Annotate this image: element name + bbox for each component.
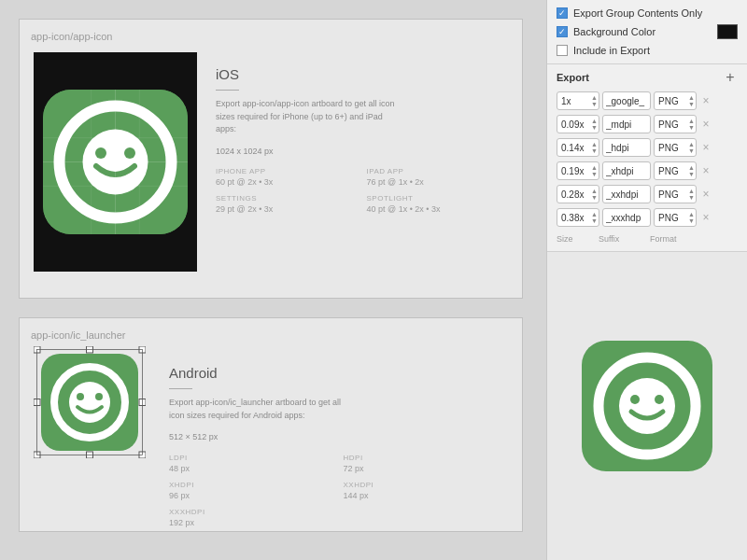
- export-header: Export +: [557, 70, 738, 85]
- size-select-0[interactable]: 1x: [557, 91, 599, 110]
- svg-point-29: [655, 395, 664, 404]
- ios-ipad-app-label: IPAD APP: [367, 167, 511, 175]
- suffix-input-4[interactable]: [602, 185, 651, 203]
- android-xxhdpi-value: 144 px: [344, 491, 511, 500]
- background-color-row: Background Color: [557, 24, 738, 39]
- export-section: Export + 1x ▲ ▼ PNG ▲ ▼ ×: [547, 64, 747, 252]
- android-xxhdpi: XXHDPI 144 px: [344, 481, 511, 500]
- suffix-input-5[interactable]: [602, 208, 651, 227]
- include-in-export-row: Include in Export: [557, 45, 738, 56]
- ios-spec-grid: IPHONE APP 60 pt @ 2x • 3x IPAD APP 76 p…: [216, 167, 510, 214]
- preview-icon: [582, 341, 712, 471]
- remove-row-button-3[interactable]: ×: [699, 164, 712, 177]
- svg-point-27: [619, 378, 675, 434]
- size-select-wrapper-0: 1x ▲ ▼: [557, 91, 599, 110]
- col-suffix-header: Suffix: [599, 234, 647, 244]
- ios-ipad-app: IPAD APP 76 pt @ 1x • 2x: [367, 167, 511, 187]
- size-select-5[interactable]: 0.38x: [557, 208, 599, 227]
- remove-row-button-5[interactable]: ×: [699, 211, 712, 224]
- col-format-header: Format: [650, 234, 702, 244]
- remove-row-button-2[interactable]: ×: [699, 141, 712, 154]
- format-select-wrapper-4: PNG ▲ ▼: [654, 185, 697, 203]
- size-select-wrapper-3: 0.19x ▲ ▼: [557, 161, 599, 180]
- export-section-title: Export: [557, 72, 589, 83]
- include-in-export-checkbox[interactable]: [557, 45, 568, 56]
- artboard-card-android: app-icon/ic_launcher: [19, 317, 523, 532]
- ios-ipad-app-value: 76 pt @ 1x • 2x: [367, 177, 511, 187]
- svg-point-3: [95, 147, 106, 159]
- export-row: 0.19x ▲ ▼ PNG ▲ ▼ ×: [557, 161, 738, 181]
- svg-point-28: [630, 395, 640, 404]
- size-select-wrapper-4: 0.28x ▲ ▼: [557, 185, 599, 203]
- ios-icon-container: [43, 90, 188, 234]
- size-select-3[interactable]: 0.19x: [557, 161, 599, 180]
- ios-description: Export app-icon/app-icon artboard to get…: [216, 98, 402, 136]
- size-select-wrapper-2: 0.14x ▲ ▼: [557, 138, 599, 157]
- ios-spotlight-label: SPOTLIGHT: [367, 194, 511, 203]
- android-info-section: Android Export app-icon/ic_launcher artb…: [169, 365, 510, 527]
- android-hdpi-label: HDPI: [344, 454, 511, 462]
- android-ldpi-label: LDPI: [169, 454, 336, 462]
- artboard-card-ios: app-icon/app-icon: [19, 19, 523, 299]
- android-xhdpi-value: 96 px: [169, 491, 336, 500]
- format-select-5[interactable]: PNG: [654, 208, 697, 227]
- android-hdpi-value: 72 px: [344, 464, 511, 473]
- android-ldpi-value: 48 px: [169, 464, 336, 473]
- right-panel: Export Group Contents Only Background Co…: [546, 0, 747, 560]
- format-select-wrapper-3: PNG ▲ ▼: [654, 161, 697, 180]
- export-columns-header: Size Suffix Format: [557, 231, 738, 245]
- android-icon-svg: [41, 354, 138, 451]
- export-group-contents-row: Export Group Contents Only: [557, 7, 738, 19]
- suffix-input-3[interactable]: [602, 161, 651, 180]
- ios-iphone-app: IPHONE APP 60 pt @ 2x • 3x: [216, 167, 359, 187]
- android-xhdpi-label: XHDPI: [169, 481, 336, 489]
- size-select-4[interactable]: 0.28x: [557, 185, 599, 203]
- android-xxxhdpi-value: 192 px: [169, 518, 336, 527]
- ios-settings: SETTINGS 29 pt @ 2x • 3x: [216, 194, 359, 214]
- ios-settings-label: SETTINGS: [216, 194, 359, 203]
- android-ldpi: LDPI 48 px: [169, 454, 336, 473]
- format-select-0[interactable]: PNG: [654, 91, 697, 110]
- export-row: 0.28x ▲ ▼ PNG ▲ ▼ ×: [557, 184, 738, 204]
- suffix-input-2[interactable]: [602, 138, 651, 157]
- svg-point-23: [77, 393, 84, 400]
- background-color-swatch[interactable]: [717, 24, 738, 39]
- remove-row-button-4[interactable]: ×: [699, 188, 712, 201]
- svg-point-22: [69, 382, 110, 423]
- ios-divider: [216, 90, 239, 91]
- size-select-1[interactable]: 0.09x: [557, 115, 599, 133]
- export-rows-container: 1x ▲ ▼ PNG ▲ ▼ × 0.09x ▲ ▼: [557, 91, 738, 228]
- remove-row-button-0[interactable]: ×: [699, 94, 712, 107]
- preview-icon-svg: [582, 341, 712, 471]
- export-group-checkbox[interactable]: [557, 7, 568, 19]
- artboard-label-ios: app-icon/app-icon: [31, 31, 112, 42]
- background-color-checkbox[interactable]: [557, 26, 568, 37]
- format-select-2[interactable]: PNG: [654, 138, 697, 157]
- format-select-wrapper-5: PNG ▲ ▼: [654, 208, 697, 227]
- remove-row-button-1[interactable]: ×: [699, 118, 712, 131]
- ios-settings-value: 29 pt @ 2x • 3x: [216, 204, 359, 214]
- android-platform-title: Android: [169, 365, 510, 381]
- ios-iphone-app-label: IPHONE APP: [216, 167, 359, 175]
- background-color-label: Background Color: [573, 26, 655, 37]
- col-size-header: Size: [557, 234, 596, 244]
- suffix-input-0[interactable]: [602, 91, 651, 110]
- format-select-4[interactable]: PNG: [654, 185, 697, 203]
- android-xhdpi: XHDPI 96 px: [169, 481, 336, 500]
- android-xxxhdpi: XXXHDPI 192 px: [169, 508, 336, 527]
- size-select-wrapper-1: 0.09x ▲ ▼: [557, 115, 599, 133]
- add-export-button[interactable]: +: [723, 70, 738, 85]
- suffix-input-1[interactable]: [602, 115, 651, 133]
- preview-section: [547, 252, 747, 560]
- format-select-3[interactable]: PNG: [654, 161, 697, 180]
- export-group-label: Export Group Contents Only: [573, 7, 702, 19]
- left-panel: app-icon/app-icon: [0, 0, 546, 560]
- format-select-1[interactable]: PNG: [654, 115, 697, 133]
- size-select-wrapper-5: 0.38x ▲ ▼: [557, 208, 599, 227]
- android-spec-grid: LDPI 48 px HDPI 72 px XHDPI 96 px XXHDPI…: [169, 454, 510, 527]
- size-select-2[interactable]: 0.14x: [557, 138, 599, 157]
- ios-iphone-app-value: 60 pt @ 2x • 3x: [216, 177, 359, 187]
- export-row: 1x ▲ ▼ PNG ▲ ▼ ×: [557, 91, 738, 111]
- android-divider: [169, 388, 192, 389]
- ios-info-section: iOS Export app-icon/app-icon artboard to…: [216, 66, 510, 214]
